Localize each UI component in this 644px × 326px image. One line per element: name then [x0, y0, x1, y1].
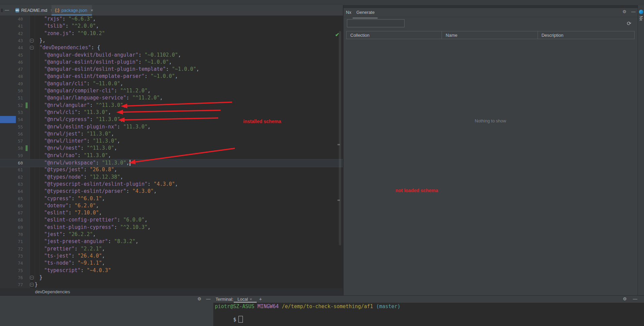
code-line[interactable]: 76}	[0, 274, 343, 281]
tab-package-json[interactable]: {;} package.json ×	[52, 5, 92, 16]
code-line[interactable]: 67"eslint": "7.10.0",	[0, 209, 343, 217]
code-line[interactable]: 59"@nrwl/tao": "11.3.0",	[0, 152, 343, 159]
code-line[interactable]: 47"@angular-eslint/eslint-plugin-templat…	[0, 66, 343, 73]
column-header-description[interactable]: Description	[538, 31, 634, 39]
code-line[interactable]: 42"zone.js": "^0.10.2"	[0, 30, 343, 37]
nx-logo-icon[interactable]	[639, 10, 643, 14]
code-line[interactable]: 71"jest-preset-angular": "8.3.2",	[0, 238, 343, 245]
table-empty-text: Nothing to show	[346, 118, 635, 123]
line-number: 63	[0, 181, 23, 188]
bottom-tool-bar: ⚙ — Terminal: Local × + ⚙ —	[0, 296, 644, 303]
code-line[interactable]: 52"@nrwl/angular": "^11.3.0",	[0, 102, 343, 109]
code-line[interactable]: 58"@nrwl/nest": "^11.3.0",	[0, 145, 343, 152]
code-line[interactable]: 45"@angular-devkit/build-angular": "~0.1…	[0, 52, 343, 59]
code-line[interactable]: 50"@angular/compiler-cli": "^11.2.0",	[0, 87, 343, 95]
code-line[interactable]: 54"@nrwl/cypress": "11.3.0",	[0, 116, 343, 123]
line-number: 54	[0, 116, 23, 123]
code-line[interactable]: 66"dotenv": "6.2.0",	[0, 202, 343, 210]
code-line[interactable]: 73"ts-jest": "26.4.0",	[0, 253, 343, 260]
column-header-name[interactable]: Name	[442, 31, 538, 39]
line-number: 64	[0, 188, 23, 195]
gear-icon[interactable]: ⚙	[622, 9, 626, 14]
line-number: 58	[0, 145, 23, 152]
line-number: 69	[0, 224, 23, 231]
line-number: 48	[0, 73, 23, 80]
line-number: 65	[0, 195, 23, 202]
line-number: 47	[0, 66, 23, 73]
markdown-file-icon: MD	[15, 8, 19, 12]
generate-tab-indicator	[353, 18, 378, 19]
close-icon[interactable]: ×	[91, 8, 93, 13]
gear-icon[interactable]: ⚙	[197, 296, 201, 301]
vcs-change-bar	[26, 145, 28, 151]
line-number: 68	[0, 216, 23, 224]
refresh-icon[interactable]: ⟳	[627, 20, 631, 27]
breadcrumb[interactable]: devDependencies	[35, 289, 70, 294]
code-line[interactable]: 56"@nrwl/jest": "11.3.0",	[0, 130, 343, 138]
fold-icon[interactable]	[30, 276, 34, 279]
code-line[interactable]: 69"eslint-plugin-cypress": "^2.10.3",	[0, 224, 343, 231]
code-line[interactable]: 68"eslint-config-prettier": "6.0.0",	[0, 216, 343, 224]
code-line[interactable]: 74"ts-node": "~9.1.1",	[0, 260, 343, 267]
column-header-collection[interactable]: Collection	[347, 31, 442, 39]
line-number: 49	[0, 80, 23, 87]
line-number: 50	[0, 87, 23, 94]
right-tool-stripe: Nx	[638, 5, 644, 295]
line-number: 56	[0, 130, 23, 138]
prompt-symbol: $	[233, 317, 236, 323]
nx-stripe-button[interactable]: Nx	[639, 16, 643, 21]
tab-readme-label: README.md	[21, 8, 47, 13]
terminal-console[interactable]: piotr@SZ-ASUS MINGW64 /e/temp/to-check-s…	[214, 303, 644, 326]
code-line[interactable]: 51"@angular/language-service": "^11.2.0"…	[0, 94, 343, 102]
code-line[interactable]: 61"@types/jest": "26.0.8",	[0, 166, 343, 174]
schematics-table-header: CollectionNameDescription	[346, 31, 635, 39]
code-line[interactable]: 55"@nrwl/eslint-plugin-nx": "11.3.0",	[0, 123, 343, 131]
code-line[interactable]: 64"@typescript-eslint/parser": "4.3.0",	[0, 188, 343, 195]
vertical-scrollbar[interactable]	[339, 31, 341, 245]
fold-icon[interactable]	[30, 46, 34, 50]
gear-icon[interactable]: ⚙	[623, 296, 627, 301]
line-number: 52	[0, 102, 23, 109]
code-line[interactable]: 41"tslib": "^2.0.0",	[0, 23, 343, 30]
code-line[interactable]: 49"@angular/cli": "~11.0.0",	[0, 80, 343, 88]
code-line[interactable]: 72"prettier": "2.2.1",	[0, 245, 343, 253]
terminal-tab-local[interactable]: Local	[237, 297, 248, 302]
code-line[interactable]: 70"jest": "26.2.2",	[0, 231, 343, 238]
line-number: 70	[0, 231, 23, 238]
line-number: 71	[0, 238, 23, 245]
hide-tabs-icon[interactable]: —	[5, 8, 9, 12]
line-number: 55	[0, 123, 23, 130]
line-number: 66	[0, 202, 23, 209]
tab-readme[interactable]: MD README.md ×	[12, 5, 51, 16]
ide-window: ▮ — MD README.md × {;} package.json × 40…	[0, 0, 644, 326]
tab-generate[interactable]: Generate	[356, 10, 375, 15]
code-line[interactable]: 40"rxjs": "~6.6.3",	[0, 16, 343, 23]
code-line[interactable]: 75"typescript": "~4.0.3"	[0, 267, 343, 274]
new-terminal-icon[interactable]: +	[259, 296, 262, 302]
line-number: 43	[0, 37, 23, 44]
minimize-icon[interactable]: —	[633, 296, 637, 301]
code-line[interactable]: 43},	[0, 37, 343, 45]
nx-tool-window: Nx Generate ⚙ — ⟳ CollectionNameDescript…	[344, 5, 638, 295]
code-line[interactable]: 77}	[0, 281, 343, 289]
code-line[interactable]: 46"@angular-eslint/eslint-plugin": "~1.0…	[0, 59, 343, 66]
code-line[interactable]: 48"@angular-eslint/template-parser": "~1…	[0, 73, 343, 80]
code-line[interactable]: 63"@typescript-eslint/eslint-plugin": "4…	[0, 181, 343, 188]
code-line[interactable]: 57"@nrwl/linter": "11.3.0",	[0, 138, 343, 145]
minimize-icon[interactable]: —	[206, 296, 211, 301]
stripe-toggle-icon[interactable]: ▮	[1, 8, 3, 12]
code-line[interactable]: 53"@nrwl/cli": "11.3.0",	[0, 109, 343, 116]
line-number: 45	[0, 52, 23, 59]
breadcrumb-bar: devDependencies	[0, 288, 343, 295]
code-line[interactable]: 65"cypress": "^6.0.1",	[0, 195, 343, 203]
fold-icon[interactable]	[30, 39, 34, 42]
code-editor[interactable]: 40"rxjs": "~6.6.3",41"tslib": "^2.0.0",4…	[0, 16, 343, 288]
line-number: 60	[0, 159, 23, 167]
line-number: 53	[0, 109, 23, 116]
minimize-icon[interactable]: —	[631, 9, 636, 14]
close-icon[interactable]: ×	[250, 297, 252, 302]
fold-icon[interactable]	[30, 283, 34, 287]
schematic-search-input[interactable]	[347, 19, 405, 27]
code-line[interactable]: 44"devDependencies": {	[0, 44, 343, 52]
code-line[interactable]: 62"@types/node": "12.12.38",	[0, 174, 343, 181]
